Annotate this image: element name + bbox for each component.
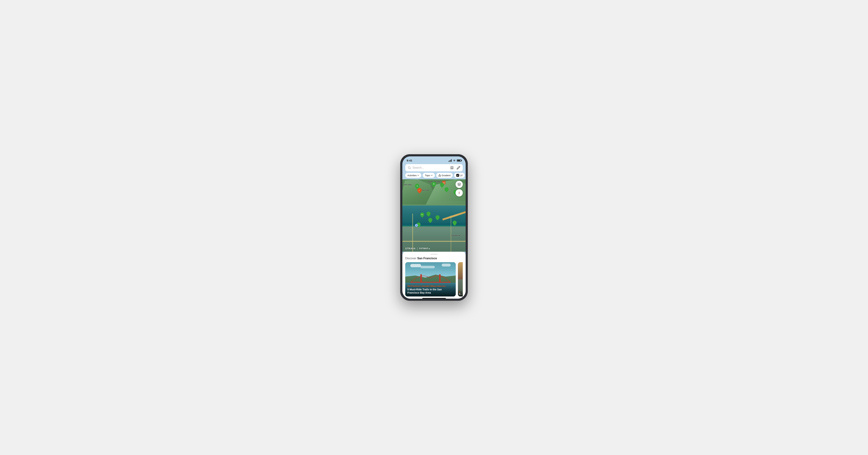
bookmark-map-icon[interactable]: [450, 166, 454, 170]
compass-icon: [457, 191, 461, 195]
panel-handle[interactable]: [431, 254, 438, 255]
brand-divider: |: [417, 247, 418, 250]
card-partial-overlay: S D...: [458, 290, 463, 296]
card-partial-title: D...: [459, 293, 463, 295]
map-area[interactable]: Mill Valley Slacker Hill 925ft Kirby Cov…: [402, 179, 466, 252]
card-partial-tag: S: [459, 291, 463, 293]
map-pin-7: [436, 215, 439, 221]
location-name: San Francisco: [417, 257, 437, 260]
mountain-icon: [438, 174, 441, 176]
map-compass-button[interactable]: [456, 189, 463, 196]
search-bar[interactable]: Search...: [405, 164, 463, 171]
lifts-filter[interactable]: Lif: [454, 173, 465, 178]
gradient-filter[interactable]: Gradient: [436, 173, 453, 178]
search-placeholder[interactable]: Search...: [412, 166, 424, 169]
card-tag: San Francisco's mountain biking routes r…: [407, 285, 454, 287]
map-branding: STRAVA | FATMAP▲: [405, 247, 430, 250]
map-pin-8: [428, 218, 432, 224]
fatmap-brand: FATMAP▲: [419, 247, 430, 250]
svg-text:⛺: ⛺: [418, 189, 421, 191]
map-background: Mill Valley Slacker Hill 925ft Kirby Cov…: [402, 179, 466, 252]
discover-title: Discover San Francisco: [405, 257, 463, 260]
strava-brand: STRAVA: [405, 247, 416, 250]
map-pin-2: ⛷: [432, 182, 436, 188]
topo-label: Topo: [425, 174, 430, 177]
search-input-area[interactable]: Search...: [408, 166, 448, 169]
svg-text:⛷: ⛷: [422, 214, 423, 216]
pen-icon[interactable]: [457, 166, 460, 170]
layers-icon: [457, 182, 461, 186]
checkbox-icon: [456, 174, 459, 177]
card-overlay: San Francisco's mountain biking routes r…: [405, 283, 456, 296]
status-icons: [448, 159, 461, 162]
phone-frame: 9:41: [400, 154, 468, 301]
svg-text:⛷: ⛷: [433, 183, 435, 185]
lifts-label: Lif: [460, 174, 462, 177]
search-actions: [450, 166, 460, 170]
card-title: 5 Must-Ride Trails in the San Francisco …: [407, 288, 454, 294]
map-pin-6: [427, 211, 431, 218]
map-label-presidio: Presidio Pk: [452, 234, 460, 236]
cards-row: San Francisco's mountain biking routes r…: [405, 262, 463, 296]
map-label-kirby: Kirby Cove: [421, 189, 429, 191]
card-partial[interactable]: S D...: [458, 262, 463, 296]
bottom-panel: Discover San Francisco: [402, 252, 466, 298]
wifi-icon: [453, 160, 456, 162]
gradient-label: Gradient: [442, 174, 451, 177]
filter-bar: Activities Topo Gradient: [402, 173, 466, 179]
map-pin-4: [444, 187, 448, 193]
topo-filter[interactable]: Topo: [423, 173, 435, 178]
svg-text:✦: ✦: [416, 185, 418, 187]
user-location: [415, 224, 418, 227]
status-time: 9:41: [407, 159, 412, 162]
map-pin-3: [440, 183, 444, 189]
map-pin-orange: ⛺: [417, 188, 422, 194]
map-layers-button[interactable]: [456, 181, 463, 188]
discover-text: Discover: [405, 257, 416, 260]
search-icon: [408, 166, 411, 169]
card-main[interactable]: San Francisco's mountain biking routes r…: [405, 262, 456, 296]
home-indicator: [422, 298, 446, 298]
battery-icon: [457, 160, 461, 162]
map-label-mill-valley: Mill Valley: [404, 184, 412, 186]
chevron-down-icon: [417, 175, 419, 176]
activities-label: Activities: [407, 174, 416, 177]
search-bar-container: Search...: [402, 163, 466, 173]
map-pin-5: ⛷: [420, 212, 424, 218]
signal-icon: [448, 159, 452, 162]
map-pin-9: [453, 221, 457, 226]
status-bar: 9:41: [402, 157, 466, 163]
phone-screen: 9:41: [402, 157, 466, 298]
chevron-down-icon-2: [431, 175, 433, 176]
activities-filter[interactable]: Activities: [405, 173, 421, 178]
